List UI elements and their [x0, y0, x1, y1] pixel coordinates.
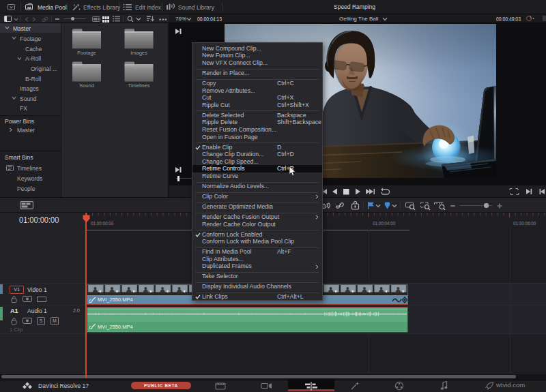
svg-text:01:00:04:00: 01:00:04:00 [373, 221, 396, 226]
svg-text:01:00:00:00: 01:00:00:00 [91, 221, 114, 226]
svg-text:01:00:06:00: 01:00:06:00 [513, 221, 536, 226]
